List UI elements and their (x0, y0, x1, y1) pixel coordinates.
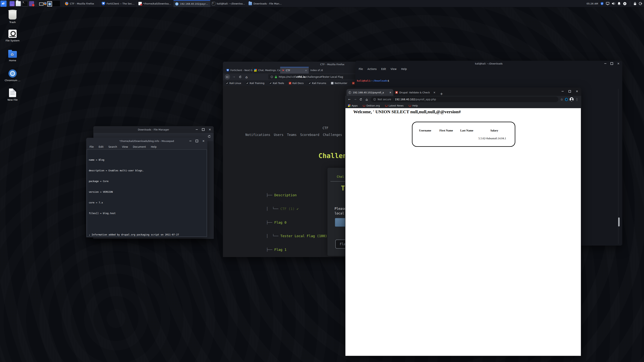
forticlient-tray-icon[interactable] (600, 2, 604, 5)
menu-file[interactable]: File (359, 68, 363, 71)
clock[interactable]: 05:26 AM (586, 2, 598, 5)
taskbar-button-forticlient[interactable]: FortiClient -- The Securi... (100, 0, 137, 7)
maximize-button[interactable] (196, 140, 198, 142)
workspace-2[interactable] (52, 1, 60, 6)
maximize-button[interactable] (568, 90, 571, 93)
desktop-icon-home[interactable]: Home (2, 51, 23, 62)
back-icon[interactable]: ← (347, 97, 352, 102)
volume-tray-icon[interactable] (612, 2, 615, 5)
terminal-titlebar[interactable]: kali@kali: ~/Downloads × (355, 61, 622, 66)
minimize-button[interactable] (196, 129, 198, 130)
menu-help[interactable]: Help (401, 68, 407, 71)
menu-file[interactable]: File (90, 145, 94, 148)
back-icon[interactable]: ← (225, 74, 230, 80)
menu-search[interactable]: Search (108, 145, 117, 148)
tab-index-of[interactable]: Index of /d (309, 67, 336, 74)
close-button[interactable]: × (209, 128, 211, 131)
close-button[interactable]: × (576, 90, 578, 93)
tab-ctf[interactable]: ⚑ CTF × (280, 67, 309, 74)
taskbar-button-file-manager[interactable]: Downloads - File Manag... (247, 0, 284, 7)
taskbar-button-mousepad[interactable]: */home/kali/Downloads/... (137, 0, 174, 7)
desktop-icon-new-file[interactable]: New File (2, 89, 23, 101)
forward-icon[interactable]: → (231, 74, 236, 80)
address-bar[interactable]: Not secure 192.168.40.102/payroll_app.ph… (371, 97, 558, 102)
tab-payroll[interactable]: 192.168.40.102/payroll_a × (346, 89, 393, 96)
bookmark-star-icon[interactable]: ☆ (559, 97, 564, 102)
workspace-1[interactable] (38, 1, 52, 6)
minimize-button[interactable] (604, 63, 606, 64)
menu-actions[interactable]: Actions (368, 68, 377, 71)
maximize-button[interactable] (610, 62, 613, 65)
close-button[interactable]: × (202, 140, 205, 143)
desktop-icon-chromium[interactable]: Chromium ... (2, 69, 23, 82)
ctfd-brand[interactable]: CTF (322, 126, 328, 130)
nav-teams[interactable]: Teams (287, 133, 296, 137)
profile-avatar[interactable] (570, 97, 574, 101)
desktop-icon-trash[interactable]: Trash (2, 11, 23, 24)
maximize-button[interactable] (202, 128, 204, 131)
bookmark-apps[interactable]: Apps (348, 104, 358, 107)
menu-help[interactable]: Help (151, 145, 156, 148)
bookmark-kali-docs[interactable]: Kali Docs (289, 82, 304, 85)
taskbar-button-chromium[interactable]: 192.168.40.102/payroll_... (174, 0, 210, 7)
home-icon[interactable]: ⌂ (364, 97, 369, 102)
nav-challenges[interactable]: Challenges (323, 133, 342, 137)
reload-icon[interactable] (238, 74, 243, 80)
nav-notifications[interactable]: Notifications (246, 133, 270, 137)
nav-scoreboard[interactable]: Scoreboard (300, 133, 319, 137)
menu-document[interactable]: Document (133, 145, 146, 148)
tab-forticlient[interactable]: Forticlient - Next Gene × (225, 67, 252, 74)
scrollbar-thumb[interactable] (618, 217, 620, 226)
tab-drupal-validate[interactable]: Drupal: Validate & Check × (393, 89, 438, 96)
tab-close-icon[interactable]: × (305, 69, 307, 72)
bookmark-help[interactable]: Help (409, 104, 418, 107)
tab-close-icon[interactable]: × (433, 91, 436, 94)
menu-edit[interactable]: Edit (381, 68, 386, 71)
power-manager-icon[interactable] (623, 2, 626, 6)
menu-edit[interactable]: Edit (99, 145, 104, 148)
kali-menu-button[interactable] (0, 1, 6, 7)
tab-close-icon[interactable]: × (389, 91, 392, 94)
refresh-icon[interactable] (208, 135, 211, 138)
taskbar-button-terminal[interactable]: $ kali@kali: ~/Downloads (210, 0, 247, 7)
bookmark-kali-training[interactable]: Kali Training (246, 82, 264, 85)
menu-view[interactable]: View (122, 145, 128, 148)
bookmark-latest-news[interactable]: Latest News (385, 104, 404, 107)
bookmark-kali-linux[interactable]: Kali Linux (226, 82, 241, 85)
info-icon[interactable] (270, 76, 273, 78)
display-tray-icon[interactable] (606, 2, 609, 5)
nav-users[interactable]: Users (274, 133, 284, 137)
new-tab-button[interactable]: + (440, 92, 443, 96)
bookmark-kali-tools[interactable]: Kali Tools (269, 82, 284, 85)
forward-icon[interactable]: → (353, 97, 358, 102)
bookmark-nethunter[interactable]: NetHunter (331, 82, 347, 85)
launcher-terminal[interactable]: $_ (22, 1, 28, 6)
workspace-switcher[interactable] (38, 1, 60, 6)
logout-icon[interactable] (639, 2, 642, 5)
text-editor-area[interactable]: name = Blog description = Enables multi-… (87, 149, 207, 237)
desktop-icon-file-system[interactable]: File System (2, 30, 23, 42)
globe-favicon (348, 91, 351, 94)
taskbar-button-firefox[interactable]: CTF - Mozilla Firefox (63, 0, 100, 7)
menu-dots-icon[interactable]: ⋮ (574, 97, 580, 102)
minimize-button[interactable] (562, 91, 564, 92)
menu-view[interactable]: View (390, 68, 396, 71)
tab-teams[interactable]: Chat, Meetings, Callin × (252, 67, 280, 74)
file-manager-titlebar[interactable]: Downloads - File Manager × (93, 126, 214, 133)
tab-label: Drupal: Validate & Check (399, 91, 430, 94)
bookmark-debian[interactable]: Debian.org (363, 104, 380, 107)
close-button[interactable]: × (617, 62, 620, 65)
drupal-extension-icon[interactable] (565, 98, 568, 101)
reload-icon[interactable] (358, 97, 364, 102)
lock-screen-icon[interactable] (634, 2, 636, 5)
launcher-file-manager[interactable] (16, 1, 21, 6)
home-icon[interactable]: ⌂ (244, 74, 249, 80)
modal-challenge-tab[interactable]: Chal (337, 175, 344, 178)
minimize-button[interactable] (190, 141, 192, 141)
bookmark-kali-forums[interactable]: Kali Forums (308, 82, 326, 85)
notification-bell-icon[interactable] (618, 2, 621, 6)
mousepad-titlebar[interactable]: */home/kali/Downloads/blog.info - Mousep… (86, 138, 207, 144)
launcher-screen-recorder[interactable] (29, 1, 34, 6)
launcher-files[interactable] (10, 1, 14, 6)
info-icon[interactable] (373, 98, 376, 101)
